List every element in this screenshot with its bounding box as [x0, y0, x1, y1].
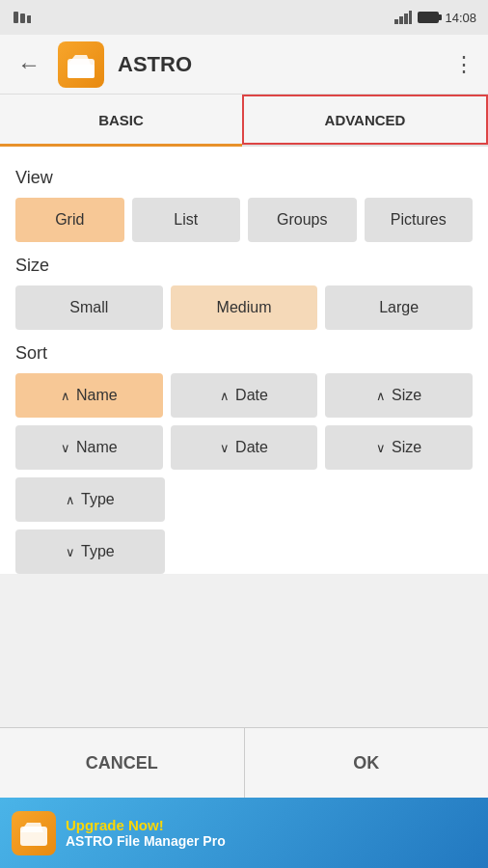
sort-type-desc-row: Type: [15, 529, 473, 574]
tab-advanced[interactable]: ADVANCED: [242, 95, 488, 145]
chevron-up-icon: [220, 387, 230, 404]
sort-desc-row: Name Date Size: [15, 425, 473, 470]
logo-icon: [64, 47, 98, 82]
svg-rect-8: [68, 65, 95, 78]
view-grid-button[interactable]: Grid: [15, 198, 124, 242]
sort-size-desc-button[interactable]: Size: [325, 425, 473, 470]
ad-text: Upgrade Now! ASTRO File Manager Pro: [66, 817, 226, 849]
chevron-down-icon: [61, 439, 70, 456]
status-bar: 14:08: [0, 0, 488, 35]
tabs-bar: BASIC ADVANCED: [0, 95, 488, 147]
footer-buttons: CANCEL OK: [0, 727, 488, 798]
view-list-button[interactable]: List: [132, 198, 241, 242]
battery-icon: [418, 12, 439, 23]
svg-rect-6: [409, 11, 412, 24]
sort-type-asc-button[interactable]: Type: [15, 477, 165, 522]
sort-date-asc-button[interactable]: Date: [171, 373, 318, 418]
svg-rect-1: [20, 14, 25, 23]
ad-logo: [12, 811, 56, 855]
sort-asc-row: Name Date Size: [15, 373, 473, 418]
size-button-group: Small Medium Large: [15, 285, 473, 330]
main-content: View Grid List Groups Pictures Size Smal…: [0, 147, 488, 574]
sort-name-asc-button[interactable]: Name: [15, 373, 163, 418]
size-medium-button[interactable]: Medium: [171, 285, 318, 330]
sort-size-asc-button[interactable]: Size: [325, 373, 473, 418]
chevron-up-icon: [376, 387, 386, 404]
ok-button[interactable]: OK: [245, 728, 489, 798]
chevron-down-icon: [66, 543, 75, 560]
ad-banner[interactable]: Upgrade Now! ASTRO File Manager Pro: [0, 798, 488, 868]
chevron-up-icon: [66, 491, 75, 508]
svg-rect-3: [394, 19, 398, 24]
tab-basic[interactable]: BASIC: [0, 95, 242, 145]
svg-rect-4: [399, 16, 403, 24]
menu-button[interactable]: ⋮: [453, 52, 474, 77]
view-button-group: Grid List Groups Pictures: [15, 198, 473, 242]
sort-type-asc-row: Type: [15, 477, 473, 522]
status-bar-right: 14:08: [394, 11, 476, 25]
view-section-label: View: [15, 168, 473, 188]
time-display: 14:08: [445, 11, 476, 25]
svg-rect-5: [404, 14, 408, 24]
sort-name-desc-button[interactable]: Name: [15, 425, 163, 470]
sort-section-label: Sort: [15, 343, 473, 364]
toolbar: ← ASTRO ⋮: [0, 35, 488, 95]
chevron-down-icon: [220, 439, 230, 456]
chevron-up-icon: [61, 387, 70, 404]
cancel-button[interactable]: CANCEL: [0, 728, 245, 798]
back-button[interactable]: ←: [14, 51, 44, 78]
ad-upgrade-text: Upgrade Now!: [66, 817, 226, 833]
app-logo: [58, 41, 104, 88]
size-small-button[interactable]: Small: [15, 285, 163, 330]
sort-type-desc-button[interactable]: Type: [15, 529, 165, 574]
svg-rect-2: [27, 15, 31, 23]
svg-rect-0: [14, 12, 18, 23]
size-section-label: Size: [15, 256, 473, 276]
chevron-down-icon: [376, 439, 386, 456]
ad-app-name: ASTRO File Manager Pro: [66, 833, 226, 849]
signal-icon: [394, 11, 412, 24]
svg-marker-11: [20, 823, 43, 832]
sim-icon: [12, 8, 31, 27]
sort-date-desc-button[interactable]: Date: [171, 425, 318, 470]
app-title: ASTRO: [118, 52, 440, 77]
view-groups-button[interactable]: Groups: [248, 198, 357, 242]
status-bar-left: [12, 8, 31, 27]
ad-logo-icon: [17, 817, 50, 850]
size-large-button[interactable]: Large: [325, 285, 473, 330]
view-pictures-button[interactable]: Pictures: [365, 198, 474, 242]
